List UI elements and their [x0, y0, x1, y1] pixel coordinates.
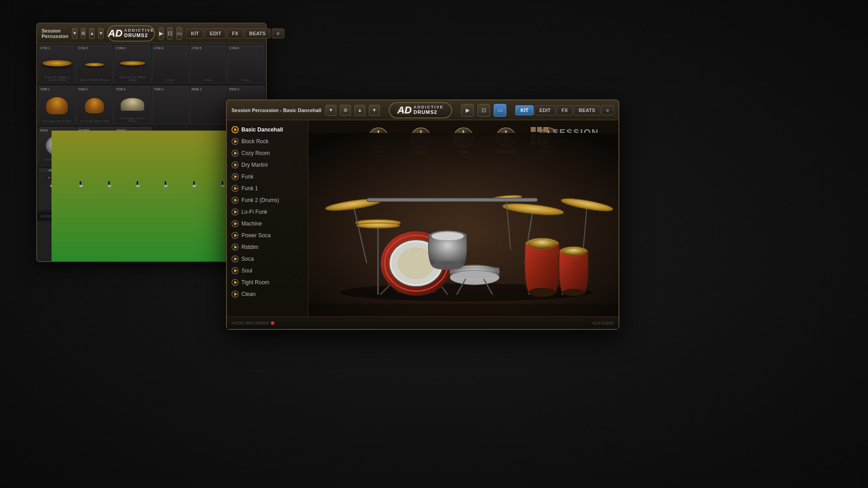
tom-cell-4[interactable]: TOM 4: [152, 86, 189, 124]
front-ad-icon: AD: [397, 104, 412, 116]
preset-play-icon-8: [231, 220, 239, 227]
preset-item-10[interactable]: Riddim: [227, 241, 308, 253]
back-edit-btn[interactable]: EDIT: [205, 28, 226, 38]
front-titlebar: Session Percussion - Basic Dancehall ▼ ⊞…: [227, 100, 618, 120]
front-nav-menu[interactable]: ▼: [326, 105, 336, 116]
preset-play-icon-10: [231, 244, 239, 251]
back-beats-btn[interactable]: BEATS: [244, 28, 270, 38]
back-view-btn[interactable]: ⊡: [167, 27, 173, 40]
xln-audio-label: XLN AUDIO: [592, 321, 614, 325]
preset-play-icon-14: [231, 291, 239, 298]
preset-item-7[interactable]: Lo-Fi Funk: [227, 206, 308, 218]
back-cymbal-row: CYM 1 Crash 18", Zildjian K Custom Hybri…: [37, 43, 266, 84]
preset-play-icon-4: [231, 173, 239, 180]
back-nav-up[interactable]: ▲: [89, 28, 94, 39]
front-beats-btn[interactable]: BEATS: [574, 105, 600, 115]
ride-cell-1[interactable]: RIDE 1: [190, 86, 227, 124]
front-nav-down[interactable]: ▼: [369, 105, 380, 116]
svg-point-45: [562, 289, 585, 296]
preset-item-3[interactable]: Dry Martini: [227, 159, 308, 171]
preset-play-icon-3: [231, 161, 239, 169]
preset-item-4[interactable]: Funk: [227, 171, 308, 183]
preset-play-icon-6: [231, 197, 239, 204]
cym-cell-6[interactable]: CYM 6 Empty: [227, 45, 264, 83]
preset-item-14[interactable]: Clean: [227, 288, 308, 300]
back-nav-grid[interactable]: ⊞: [81, 28, 85, 39]
back-view2-btn[interactable]: ▭: [176, 27, 182, 40]
cym-cell-4[interactable]: CYM 4 Empty: [152, 45, 189, 83]
preset-item-0[interactable]: Basic Dancehall: [227, 124, 308, 136]
preset-item-1[interactable]: Block Rock: [227, 136, 308, 147]
back-cymbal-section: CYM 1 Crash 18", Zildjian K Custom Hybri…: [37, 43, 266, 84]
front-window: Session Percussion - Basic Dancehall ▼ ⊞…: [226, 99, 619, 330]
back-play-btn[interactable]: ▶: [159, 27, 164, 40]
preset-play-icon-12: [231, 267, 239, 274]
preset-item-11[interactable]: Soca: [227, 253, 308, 265]
svg-point-46: [561, 248, 586, 256]
record-indicator: [271, 321, 274, 325]
back-nav-down[interactable]: ▼: [98, 28, 104, 39]
preset-item-6[interactable]: Funk 2 (Drums): [227, 194, 308, 206]
front-ad-logo: AD ADDICTIVE DRUMS2: [389, 102, 452, 118]
preset-item-9[interactable]: Power Soca: [227, 230, 308, 241]
back-nav-menu[interactable]: ▼: [72, 28, 77, 39]
front-content: Basic Dancehall Block Rock Cozy Room Dry…: [227, 120, 618, 316]
kit-main-view: Kick Snare Hihat Overhead Room: [308, 120, 618, 316]
tom-cell-1[interactable]: TOM 1 13" Conga, Skin on Skin: [38, 86, 75, 124]
svg-point-43: [528, 239, 557, 249]
preset-play-icon-1: [231, 138, 239, 145]
preset-play-icon-7: [231, 208, 239, 216]
front-fx-btn[interactable]: FX: [557, 105, 573, 115]
front-preset-name: Session Percussion - Basic Dancehall: [231, 108, 322, 113]
preset-item-2[interactable]: Cozy Room: [227, 147, 308, 159]
svg-point-32: [356, 223, 399, 228]
preset-play-icon-0: [231, 126, 239, 133]
back-fader-kick[interactable]: MS ⊗: [38, 174, 66, 210]
front-view-btn[interactable]: ⊡: [477, 104, 490, 117]
preset-list: Basic Dancehall Block Rock Cozy Room Dry…: [227, 120, 308, 316]
back-ad-logo: AD ADDICTIVE DRUMS2: [107, 25, 155, 42]
front-bottom-bar: AUDIO RECORDER XLN AUDIO: [227, 316, 618, 329]
svg-point-48: [432, 261, 463, 270]
front-edit-btn[interactable]: EDIT: [534, 105, 556, 115]
preset-item-5[interactable]: Funk 1: [227, 183, 308, 194]
cym-cell-2[interactable]: CYM 2 Splash 8", Meinl Byzance: [76, 45, 113, 83]
preset-item-12[interactable]: Soul: [227, 265, 308, 277]
cym-cell-1[interactable]: CYM 1 Crash 18", Zildjian K Custom Hybri…: [38, 45, 75, 83]
front-mode-buttons: KIT EDIT FX BEATS ≡: [515, 105, 614, 115]
preset-play-icon-9: [231, 232, 239, 239]
preset-item-8[interactable]: Machine: [227, 218, 308, 230]
preset-play-icon-2: [231, 150, 239, 157]
back-titlebar: Session Percussion ▼ ⊞ ▲ ▼ AD ADDICTIVE …: [37, 23, 266, 43]
tom-cell-3[interactable]: TOM 3 15" Timbale, LP Tito Puente: [114, 86, 151, 124]
front-view2-btn[interactable]: ▭: [494, 104, 506, 117]
preset-play-icon-5: [231, 185, 239, 192]
svg-rect-51: [367, 198, 538, 202]
back-kit-btn[interactable]: KIT: [186, 28, 204, 38]
tom-cell-2[interactable]: TOM 2 11" Conga, Skin on Skin: [76, 86, 113, 124]
ad-icon: AD: [108, 28, 123, 39]
front-menu-btn[interactable]: ≡: [601, 105, 614, 115]
cym-cell-3[interactable]: CYM 3 Stack 16 & 14", MW & Zildjian: [114, 45, 151, 83]
back-fx-btn[interactable]: FX: [227, 28, 243, 38]
svg-point-42: [528, 288, 556, 297]
front-nav-grid[interactable]: ⊞: [340, 105, 351, 116]
audio-recorder-label: AUDIO RECORDER: [231, 321, 269, 325]
back-mode-buttons: KIT EDIT FX BEATS ≡: [186, 28, 284, 38]
svg-point-49: [431, 232, 464, 241]
front-play-btn[interactable]: ▶: [461, 104, 474, 117]
preset-play-icon-11: [231, 255, 239, 263]
svg-point-26: [450, 270, 499, 285]
preset-play-icon-13: [231, 279, 239, 286]
front-nav-up[interactable]: ▲: [354, 105, 365, 116]
front-kit-btn[interactable]: KIT: [515, 105, 533, 115]
back-preset-name: Session Percussion: [42, 28, 68, 39]
drum-kit-svg: [308, 120, 618, 316]
back-menu-btn[interactable]: ≡: [272, 28, 284, 38]
cym-cell-5[interactable]: CYM 5 Empty: [190, 45, 227, 83]
preset-item-13[interactable]: Tight Room: [227, 277, 308, 288]
